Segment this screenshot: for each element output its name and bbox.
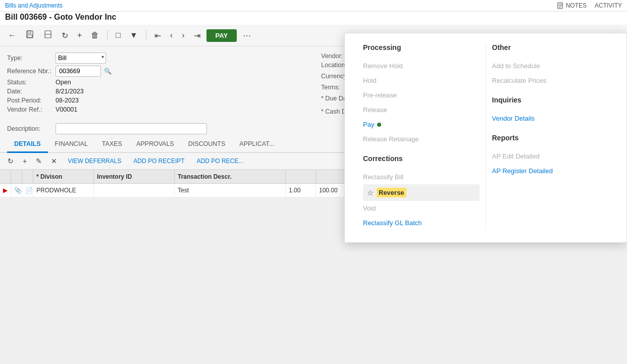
delete-button[interactable]: 🗑 [88, 29, 102, 42]
star-icon: ☆ [367, 189, 374, 197]
attachment-icon: 📎 [14, 187, 22, 194]
type-select[interactable]: Bill [56, 53, 106, 64]
post-period-value: 08-2023 [56, 97, 79, 104]
back-button[interactable]: ← [5, 29, 19, 42]
td-inventory-id [94, 184, 175, 197]
td-qty: 1.00 [286, 184, 316, 197]
pre-release-label: Pre-release [363, 91, 397, 99]
activity-button[interactable]: ACTIVITY [595, 2, 622, 9]
dropdown-menu: Processing Remove Hold Hold Pre-release … [344, 33, 627, 243]
release-item: Release [363, 102, 480, 117]
other-title: Other [492, 43, 609, 51]
release-retainage-label: Release Retainage [363, 135, 419, 143]
tab-details[interactable]: DETAILS [7, 136, 48, 153]
tab-applications[interactable]: APPLICAT... [232, 136, 281, 153]
tab-discounts[interactable]: DISCOUNTS [181, 136, 233, 153]
undo-button[interactable]: ↻ [59, 29, 71, 42]
edit-row-button[interactable]: ✎ [33, 155, 44, 167]
type-row: Type: Bill [7, 51, 306, 65]
add-to-schedule-label: Add to Schedule [492, 62, 540, 70]
save-close-button[interactable] [40, 28, 56, 43]
tab-financial[interactable]: FINANCIAL [48, 136, 95, 153]
add-po-receipt-button[interactable]: ADD PO RECEIPT [129, 156, 188, 166]
remove-hold-item: Remove Hold [363, 59, 480, 73]
vendor-details-label: Vendor Details [492, 115, 535, 122]
reclassify-bill-label: Reclassify Bill [363, 173, 403, 181]
pay-button[interactable]: PAY [206, 29, 237, 42]
pay-dot [377, 123, 381, 127]
status-value: Open [56, 79, 71, 86]
tab-taxes[interactable]: TAXES [95, 136, 129, 153]
description-input[interactable] [56, 123, 207, 134]
remove-hold-label: Remove Hold [363, 62, 403, 70]
save-close-icon [43, 30, 53, 39]
th-col3 [22, 170, 33, 183]
first-button[interactable]: ⇤ [151, 29, 164, 42]
page-title: Bill 003669 - Goto Vendor Inc [0, 13, 627, 25]
vendor-ref-value: V00001 [56, 106, 77, 113]
reclassify-gl-batch-label: Reclassify GL Batch [363, 219, 422, 227]
copy-dropdown-button[interactable]: ▼ [127, 29, 141, 42]
reclassify-gl-batch-item[interactable]: Reclassify GL Batch [363, 216, 480, 230]
search-icon[interactable]: 🔍 [104, 68, 112, 75]
save-button[interactable] [22, 28, 37, 43]
pay-item[interactable]: Pay [363, 117, 480, 132]
td-description: Test [175, 184, 286, 197]
doc-icon: 📄 [25, 187, 33, 194]
date-value: 8/21/2023 [56, 88, 84, 95]
reverse-item[interactable]: ☆ Reverse [363, 184, 480, 201]
td-divison: PRODWHOLE [33, 184, 94, 197]
td-col3: 📄 [22, 184, 33, 197]
th-col1 [0, 170, 11, 183]
release-label: Release [363, 106, 387, 114]
add-button[interactable]: + [74, 29, 85, 42]
ref-input[interactable] [56, 66, 101, 77]
prev-button[interactable]: ‹ [167, 29, 176, 42]
recalculate-prices-label: Recalculate Prices [492, 77, 547, 84]
type-select-wrap: Bill [56, 53, 106, 64]
breadcrumb[interactable]: Bills and Adjustments [5, 2, 63, 9]
reports-title: Reports [492, 134, 609, 142]
th-transaction-desc: Transaction Descr. [175, 170, 286, 183]
th-col2 [11, 170, 22, 183]
tab-approvals[interactable]: APPROVALS [129, 136, 181, 153]
void-label: Void [363, 204, 376, 212]
post-period-row: Post Period: 08-2023 [7, 96, 306, 105]
pay-label: Pay [363, 121, 374, 128]
inquiries-title: Inquiries [492, 96, 609, 104]
vendor-details-item[interactable]: Vendor Details [492, 111, 609, 126]
copy-button[interactable]: □ [113, 29, 124, 42]
more-button[interactable]: ⋯ [240, 29, 254, 42]
void-item: Void [363, 201, 480, 216]
status-row: Status: Open [7, 78, 306, 87]
pre-release-item: Pre-release [363, 88, 480, 102]
hold-label: Hold [363, 77, 377, 84]
delete-row-button[interactable]: ✕ [48, 155, 60, 167]
last-button[interactable]: ⇥ [191, 29, 203, 42]
row-arrow-icon: ▶ [3, 187, 8, 194]
refresh-button[interactable]: ↻ [5, 155, 16, 167]
reclassify-bill-item: Reclassify Bill [363, 170, 480, 184]
add-to-schedule-item: Add to Schedule [492, 59, 609, 73]
release-retainage-item: Release Retainage [363, 132, 480, 146]
td-col2: 📎 [11, 184, 22, 197]
separator [107, 30, 108, 40]
ref-label: Reference Nbr.: [7, 68, 53, 75]
notes-button[interactable]: NOTES [557, 2, 587, 9]
svg-rect-6 [27, 35, 32, 37]
ap-register-detailed-item[interactable]: AP Register Detailed [492, 164, 609, 178]
ap-edit-detailed-label: AP Edit Detailed [492, 152, 540, 160]
add-row-button[interactable]: + [20, 155, 29, 167]
processing-title: Processing [363, 43, 480, 51]
th-divison: * Divison [33, 170, 94, 183]
reverse-label: Reverse [377, 188, 406, 197]
view-deferrals-button[interactable]: VIEW DEFERRALS [64, 156, 125, 166]
add-po-rece-button[interactable]: ADD PO RECE... [193, 156, 248, 166]
th-qty [286, 170, 316, 183]
date-label: Date: [7, 88, 53, 95]
type-label: Type: [7, 55, 53, 62]
separator2 [146, 30, 146, 40]
recalculate-prices-item: Recalculate Prices [492, 73, 609, 88]
next-button[interactable]: › [179, 29, 187, 42]
ref-row: Reference Nbr.: 🔍 [7, 65, 306, 78]
